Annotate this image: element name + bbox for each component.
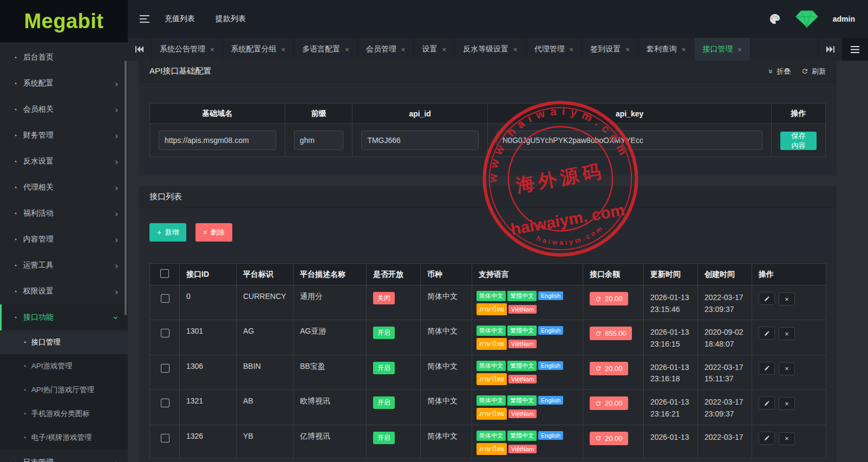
delete-row-button[interactable]: × [779, 397, 795, 410]
sidebar-scrollbar[interactable] [125, 61, 127, 315]
tab[interactable]: 签到设置× [582, 38, 638, 61]
tab-close-icon[interactable]: × [282, 45, 286, 54]
tab-close-icon[interactable]: × [682, 45, 686, 54]
sidebar-item[interactable]: ◔反水设置› [0, 148, 128, 174]
sidebar-item[interactable]: ◔系统配置› [0, 70, 128, 96]
delete-row-button[interactable]: × [779, 292, 795, 305]
sidebar-item[interactable]: ◔运营工具› [0, 252, 128, 278]
sidebar-item[interactable]: ◔财务管理› [0, 122, 128, 148]
tab[interactable]: 会员管理× [358, 38, 414, 61]
delete-row-button[interactable]: × [779, 432, 795, 445]
tab-close-icon[interactable]: × [210, 45, 214, 54]
tabs-scroll-right-button[interactable] [818, 38, 842, 61]
select-all-checkbox[interactable] [160, 269, 169, 278]
tab[interactable]: 反水等级设置× [455, 38, 526, 61]
tab[interactable]: 系统公告管理× [152, 38, 223, 61]
balance-badge[interactable]: 20.00 [590, 396, 628, 410]
collapse-button[interactable]: » 折叠 [769, 67, 791, 76]
sidebar-item[interactable]: ◔代理相关› [0, 174, 128, 200]
list-column-header: 更新时间 [644, 264, 698, 285]
sidebar: ◔后台首页◔系统配置›◔会员相关›◔财务管理›◔反水设置›◔代理相关›◔福利活动… [0, 42, 128, 462]
balance-badge[interactable]: 20.00 [590, 292, 628, 305]
delete-row-button[interactable]: × [779, 362, 795, 375]
tab-close-icon[interactable]: × [570, 45, 574, 54]
tabs-menu-button[interactable] [842, 38, 868, 61]
tab[interactable]: 套利查询× [638, 38, 695, 61]
cell-interface-id: 1321 [180, 390, 237, 425]
sidebar-subitem[interactable]: ◔电子/棋牌游戏管理 [0, 426, 128, 450]
cell-platform-name: 通用分 [293, 285, 367, 320]
interface-list-body: + 新增 × 删除 接口ID平台标识平台描述名称是否开放币种支持语言接口余额更新… [139, 208, 837, 459]
balance-badge[interactable]: 855.00 [590, 327, 632, 340]
topbar-right: admin [769, 9, 868, 29]
base-domain-input[interactable] [159, 131, 276, 150]
theme-palette-icon[interactable] [769, 13, 781, 25]
tab[interactable]: 多语言配置× [294, 38, 358, 61]
sidebar-item[interactable]: ◔福利活动› [0, 200, 128, 226]
api-id-input[interactable] [361, 131, 479, 150]
row-checkbox[interactable] [161, 399, 169, 407]
add-button[interactable]: + 新增 [149, 223, 186, 242]
list-column-header: 创建时间 [698, 264, 752, 285]
sidebar-item[interactable]: ◔会员相关› [0, 96, 128, 122]
language-badge: English [538, 291, 563, 300]
api-key-input[interactable] [497, 131, 762, 150]
row-checkbox[interactable] [161, 364, 169, 373]
tab-close-icon[interactable]: × [738, 45, 742, 54]
language-badge: English [538, 396, 563, 405]
sidebar-submenu: ◔接口管理◔API游戏管理◔API热门游戏厅管理◔手机游戏分类图标◔电子/棋牌游… [0, 330, 128, 450]
diamond-icon[interactable] [795, 9, 819, 29]
topbar-menu-item[interactable]: 充值列表 [165, 14, 195, 24]
circle-icon: ◔ [13, 314, 17, 322]
logo[interactable]: Megabit [0, 0, 128, 42]
edit-button[interactable] [759, 292, 775, 305]
sidebar-item[interactable]: ◔权限设置› [0, 278, 128, 304]
balance-badge[interactable]: 20.00 [590, 362, 628, 375]
balance-badge[interactable]: 20.00 [590, 432, 628, 445]
sidebar-item[interactable]: ◔内容管理› [0, 226, 128, 252]
sidebar-subitem[interactable]: ◔手机游戏分类图标 [0, 402, 128, 426]
sidebar-subitem[interactable]: ◔API游戏管理 [0, 354, 128, 378]
edit-button[interactable] [759, 362, 775, 375]
row-checkbox[interactable] [161, 294, 169, 303]
list-column-header: 平台描述名称 [293, 264, 367, 285]
username[interactable]: admin [833, 15, 855, 23]
tab-close-icon[interactable]: × [401, 45, 406, 54]
sidebar-subitem[interactable]: ◔接口管理 [0, 330, 128, 354]
tab[interactable]: 代理管理× [526, 38, 583, 61]
circle-icon: ◔ [13, 132, 17, 140]
tabs-scroll-left-button[interactable] [128, 38, 152, 61]
save-button[interactable]: 保存内容 [780, 132, 817, 150]
tab-close-icon[interactable]: × [625, 45, 630, 54]
edit-button[interactable] [759, 432, 775, 445]
api-config-panel-header: API接口基础配置 » 折叠 刷新 [139, 61, 837, 82]
sidebar-item[interactable]: ◔后台首页 [0, 44, 128, 70]
tab-label: 会员管理 [366, 44, 396, 54]
sidebar-item[interactable]: ◔接口功能› [0, 304, 128, 330]
topbar-menu-item[interactable]: 提款列表 [216, 14, 246, 24]
tab-close-icon[interactable]: × [442, 45, 446, 54]
cell-platform-code: AG [237, 320, 293, 355]
tab[interactable]: 设置× [414, 38, 455, 61]
open-status-badge: 开启 [373, 362, 395, 374]
menu-fold-icon[interactable] [140, 15, 149, 23]
prefix-input[interactable] [294, 131, 344, 150]
tab-close-icon[interactable]: × [513, 45, 518, 54]
tab[interactable]: 接口管理× [694, 38, 750, 61]
language-badge: 简体中文 [477, 326, 506, 336]
row-checkbox[interactable] [161, 434, 169, 443]
delete-button[interactable]: × 删除 [195, 223, 232, 242]
sidebar-item[interactable]: ◔日志管理› [0, 450, 128, 462]
interface-list-header: 接口列表 [139, 186, 837, 208]
config-values-row: 保存内容 [150, 124, 826, 157]
tab[interactable]: 系统配置分组× [223, 38, 295, 61]
row-checkbox[interactable] [161, 329, 169, 337]
edit-button[interactable] [759, 396, 775, 409]
refresh-button[interactable]: 刷新 [801, 67, 826, 76]
sidebar-subitem[interactable]: ◔API热门游戏厅管理 [0, 378, 128, 402]
tab-close-icon[interactable]: × [345, 45, 349, 54]
interface-row: 1326YB亿博视讯开启简体中文简体中文繁體中文EnglishภาษาไทยVi… [150, 425, 826, 458]
edit-pencil-icon [764, 435, 770, 441]
edit-button[interactable] [759, 327, 775, 340]
delete-row-button[interactable]: × [779, 327, 795, 340]
